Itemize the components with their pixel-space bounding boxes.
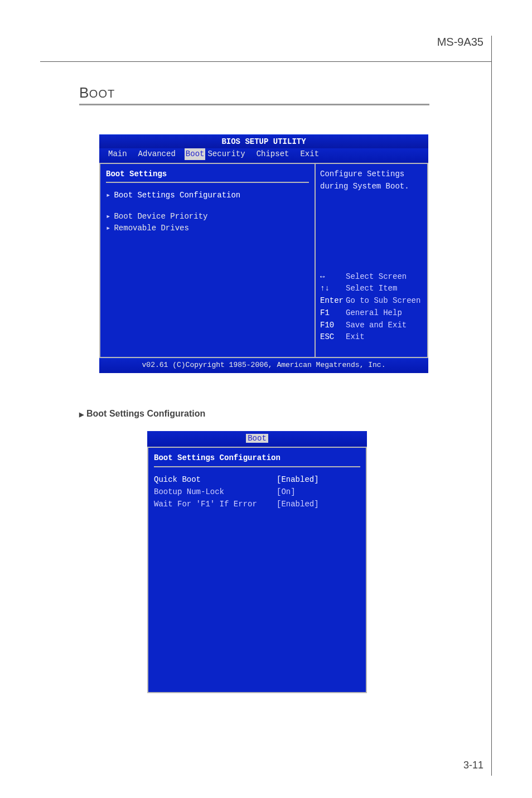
bios-body: Boot Settings ▸Boot Settings Configurati…: [99, 163, 428, 358]
key-desc: Exit: [346, 332, 365, 341]
setting-name: Quick Boot: [154, 474, 277, 486]
bios-item-boot-settings-config[interactable]: ▸Boot Settings Configuration: [106, 190, 309, 202]
bios-row-wait-f1[interactable]: Wait For 'F1' If Error [Enabled]: [154, 499, 360, 511]
bios-sub-tabs: Boot: [147, 431, 367, 447]
bios-key-help: ↔Select Screen ↑↓Select Item EnterGo to …: [320, 271, 423, 344]
page-header-model: MS-9A35: [40, 36, 491, 49]
bios-item-label: Removable Drives: [114, 224, 188, 233]
tab-advanced[interactable]: Advanced: [136, 148, 185, 161]
bios-help-description: Configure Settings during System Boot.: [320, 168, 423, 192]
key-desc: Select Item: [346, 284, 397, 293]
setting-value: [On]: [277, 486, 296, 499]
bios-item-label: Boot Settings Configuration: [114, 191, 240, 200]
subsection-heading: ▶Boot Settings Configuration: [79, 409, 478, 419]
setting-name: Wait For 'F1' If Error: [154, 499, 277, 511]
key-desc: General Help: [346, 308, 402, 317]
spacer: [106, 202, 309, 211]
bios-row-numlock[interactable]: Bootup Num-Lock [On]: [154, 486, 360, 499]
section-title-rest: OOT: [89, 88, 115, 100]
bios-footer: v02.61 (C)Copyright 1985-2006, American …: [99, 358, 428, 373]
setting-name: Bootup Num-Lock: [154, 486, 277, 499]
bios-tabs: Main Advanced Boot Security Chipset Exit: [99, 148, 428, 163]
tab-security[interactable]: Security: [205, 148, 254, 161]
page-content: BOOT BIOS SETUP UTILITY Main Advanced Bo…: [40, 49, 491, 693]
bios-right-panel: Configure Settings during System Boot. ↔…: [316, 164, 427, 357]
bios-sub-heading: Boot Settings Configuration: [154, 452, 360, 468]
bios-item-boot-device-priority[interactable]: ▸Boot Device Priority: [106, 211, 309, 223]
tab-boot[interactable]: Boot: [185, 148, 206, 161]
tab-exit[interactable]: Exit: [298, 148, 328, 161]
page-number: 3-11: [463, 760, 483, 771]
triangle-icon: ▸: [106, 212, 110, 221]
key-desc: Save and Exit: [346, 321, 407, 330]
page: MS-9A35 BOOT BIOS SETUP UTILITY Main Adv…: [40, 36, 492, 776]
key: F10: [320, 320, 346, 332]
tab-chipset[interactable]: Chipset: [254, 148, 298, 161]
bios-panel-heading: Boot Settings: [106, 168, 309, 183]
section-title-rule: [79, 104, 429, 105]
bios-item-removable-drives[interactable]: ▸Removable Drives: [106, 223, 309, 235]
setting-value: [Enabled]: [277, 499, 319, 511]
bios-item-label: Boot Device Priority: [114, 212, 207, 221]
section-title: BOOT: [79, 84, 478, 101]
tab-main[interactable]: Main: [106, 148, 136, 161]
key: ↔: [320, 271, 346, 283]
key-row-f10: F10Save and Exit: [320, 320, 423, 332]
key-desc: Select Screen: [346, 272, 407, 281]
bios-sub-body: Boot Settings Configuration Quick Boot […: [147, 447, 367, 693]
key-desc: Go to Sub Screen: [346, 296, 420, 305]
key-row-f1: F1General Help: [320, 307, 423, 320]
triangle-icon: ▸: [106, 224, 110, 233]
key: Enter: [320, 295, 346, 307]
bios-setup-screenshot: BIOS SETUP UTILITY Main Advanced Boot Se…: [99, 134, 428, 373]
bios-row-quick-boot[interactable]: Quick Boot [Enabled]: [154, 474, 360, 486]
triangle-icon: ▶: [79, 411, 84, 418]
key: ESC: [320, 331, 346, 344]
triangle-icon: ▸: [106, 191, 110, 200]
bios-title: BIOS SETUP UTILITY: [99, 134, 428, 148]
setting-value: [Enabled]: [277, 474, 319, 486]
tab-boot[interactable]: Boot: [246, 434, 268, 443]
section-title-initial: B: [79, 84, 89, 101]
key: F1: [320, 307, 346, 320]
bios-left-panel: Boot Settings ▸Boot Settings Configurati…: [100, 164, 316, 357]
key-row-select-item: ↑↓Select Item: [320, 283, 423, 295]
subsection-label: Boot Settings Configuration: [86, 409, 205, 418]
key-row-enter: EnterGo to Sub Screen: [320, 295, 423, 307]
key: ↑↓: [320, 283, 346, 295]
bios-subscreen-screenshot: Boot Boot Settings Configuration Quick B…: [147, 431, 367, 693]
key-row-select-screen: ↔Select Screen: [320, 271, 423, 283]
key-row-esc: ESCExit: [320, 331, 423, 344]
